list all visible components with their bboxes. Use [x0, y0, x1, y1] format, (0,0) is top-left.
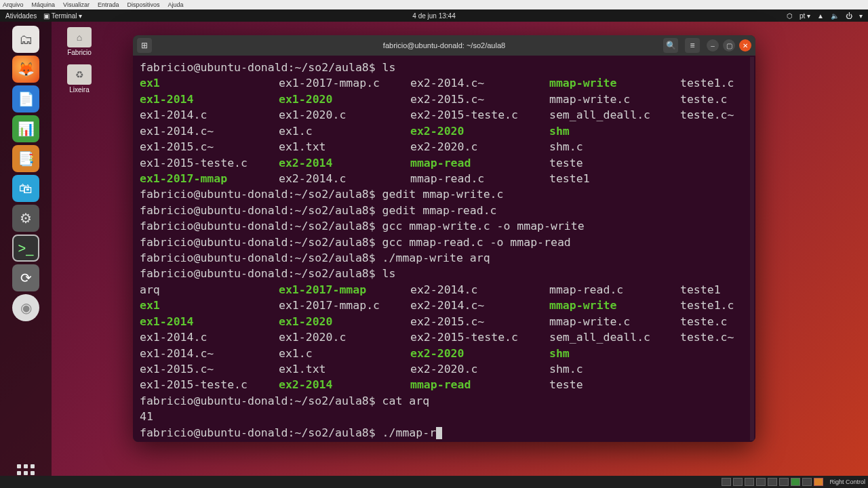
host-key-label: Right Control	[829, 479, 865, 485]
dock-disc-icon[interactable]: ◉	[12, 294, 39, 321]
desktop-home-folder[interactable]: ⌂ Fabricio	[58, 27, 100, 56]
home-folder-icon: ⌂	[67, 27, 92, 47]
activities-button[interactable]: Atividades	[5, 12, 37, 20]
dock-settings-icon[interactable]: ⚙	[12, 205, 39, 232]
dock-terminal-icon[interactable]: >_	[12, 235, 39, 262]
vb-tray-icon[interactable]	[745, 478, 754, 486]
desktop-icons: ⌂ Fabricio ♻ Lixeira	[58, 27, 100, 94]
minimize-button[interactable]: –	[707, 39, 719, 52]
desktop-icon-label: Lixeira	[58, 86, 100, 94]
vb-tray-icon[interactable]	[802, 478, 812, 486]
terminal-window: ⊞ fabricio@ubuntu-donald: ~/so2/aula8 🔍 …	[133, 35, 755, 442]
new-tab-button[interactable]: ⊞	[137, 38, 152, 53]
vm-menu-item[interactable]: Arquivo	[3, 1, 24, 8]
gnome-topbar: Atividades ▣ Terminal ▾ 4 de jun 13:44 ⬡…	[0, 9, 868, 22]
dock-writer-icon[interactable]: 📄	[12, 85, 39, 113]
ubuntu-dock: 🗂 🦊 📄 📊 📑 🛍 ⚙ >_ ⟳ ◉	[0, 22, 52, 476]
vb-tray-icon[interactable]	[768, 478, 777, 486]
volume-icon[interactable]: 🔈	[831, 12, 839, 20]
maximize-button[interactable]: ▢	[723, 39, 735, 52]
power-icon[interactable]: ⏻	[846, 12, 852, 20]
hamburger-menu-button[interactable]: ≡	[685, 38, 700, 53]
dock-firefox-icon[interactable]: 🦊	[12, 56, 39, 83]
window-titlebar[interactable]: ⊞ fabricio@ubuntu-donald: ~/so2/aula8 🔍 …	[133, 35, 755, 56]
virtualbox-statusbar: Right Control	[0, 476, 868, 488]
vm-menu-item[interactable]: Entrada	[98, 1, 119, 8]
dock-impress-icon[interactable]: 📑	[12, 145, 39, 172]
vb-tray-icon[interactable]	[733, 478, 743, 486]
dock-files-icon[interactable]: 🗂	[12, 26, 39, 53]
search-button[interactable]: 🔍	[663, 38, 678, 53]
terminal-body[interactable]: fabricio@ubuntu-donald:~/so2/aula8$ lsex…	[133, 56, 755, 442]
desktop-icon-label: Fabricio	[58, 49, 100, 56]
desktop-trash[interactable]: ♻ Lixeira	[58, 64, 100, 94]
vb-tray-icon[interactable]	[722, 478, 731, 486]
language-indicator[interactable]: pt ▾	[800, 12, 810, 20]
vb-tray-icon[interactable]	[779, 478, 789, 486]
dock-updater-icon[interactable]: ⟳	[12, 264, 39, 291]
vb-tray-icon[interactable]	[814, 478, 823, 486]
window-title: fabricio@ubuntu-donald: ~/so2/aula8	[383, 41, 505, 49]
virtualbox-menubar[interactable]: Arquivo Máquina Visualizar Entrada Dispo…	[0, 0, 868, 9]
dock-calc-icon[interactable]: 📊	[12, 115, 39, 142]
dock-software-icon[interactable]: 🛍	[12, 175, 39, 202]
vm-menu-item[interactable]: Visualizar	[63, 1, 90, 8]
network-icon[interactable]: ▲	[817, 12, 824, 20]
vb-tray-icon[interactable]	[756, 478, 766, 486]
notification-icon[interactable]: ⬡	[787, 12, 793, 20]
app-menu[interactable]: ▣ Terminal ▾	[43, 12, 82, 20]
vm-menu-item[interactable]: Dispositivos	[127, 1, 159, 8]
system-menu-chevron-icon[interactable]: ▾	[859, 12, 863, 20]
close-button[interactable]: ✕	[739, 39, 751, 52]
vb-tray-icon[interactable]	[791, 478, 800, 486]
trash-icon: ♻	[67, 64, 92, 85]
clock[interactable]: 4 de jun 13:44	[412, 12, 455, 20]
terminal-scrollbar[interactable]	[750, 57, 754, 441]
vm-menu-item[interactable]: Ajuda	[167, 1, 183, 8]
vm-menu-item[interactable]: Máquina	[32, 1, 56, 8]
